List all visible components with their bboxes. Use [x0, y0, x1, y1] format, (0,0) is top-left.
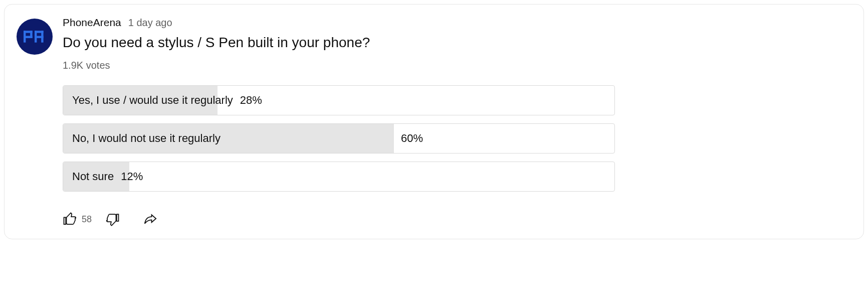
poll-content: PhoneArena 1 day ago Do you need a stylu…: [63, 17, 847, 227]
poll-actions: 58: [63, 212, 847, 227]
poll-option-label: Not sure: [72, 170, 114, 183]
svg-rect-7: [35, 36, 44, 38]
poll-option-percent: 28%: [240, 94, 262, 107]
poll-option-percent: 12%: [121, 170, 143, 183]
poll-option-percent: 60%: [401, 132, 423, 145]
like-group: 58: [63, 212, 92, 227]
svg-rect-3: [24, 36, 33, 38]
share-button[interactable]: [143, 212, 158, 227]
poll-option-label: Yes, I use / would use it regularly: [72, 94, 233, 107]
poll-option-text: No, I would not use it regularly: [72, 132, 221, 145]
thumbs-up-icon: [63, 212, 78, 227]
poll-option[interactable]: Not sure 12%: [63, 162, 615, 192]
vote-count: 1.9K votes: [63, 60, 847, 71]
dislike-button[interactable]: [105, 212, 120, 227]
poll-option[interactable]: No, I would not use it regularly 60%: [63, 123, 615, 153]
author-name[interactable]: PhoneArena: [63, 17, 121, 29]
poll-question: Do you need a stylus / S Pen built in yo…: [63, 34, 847, 52]
poll-option-text: Yes, I use / would use it regularly 28%: [72, 94, 262, 107]
like-button[interactable]: [63, 212, 78, 227]
avatar[interactable]: [17, 19, 53, 55]
post-timestamp[interactable]: 1 day ago: [128, 17, 172, 29]
thumbs-down-icon: [105, 212, 120, 227]
avatar-logo-icon: [24, 30, 46, 43]
poll-option[interactable]: Yes, I use / would use it regularly 28%: [63, 85, 615, 115]
poll-header: PhoneArena 1 day ago: [63, 17, 847, 29]
poll-option-text: Not sure 12%: [72, 170, 143, 183]
poll-option-label: No, I would not use it regularly: [72, 132, 221, 145]
like-count: 58: [82, 214, 92, 225]
poll-card: PhoneArena 1 day ago Do you need a stylu…: [4, 4, 864, 239]
share-arrow-icon: [143, 212, 158, 227]
poll-options: Yes, I use / would use it regularly 28% …: [63, 85, 615, 192]
